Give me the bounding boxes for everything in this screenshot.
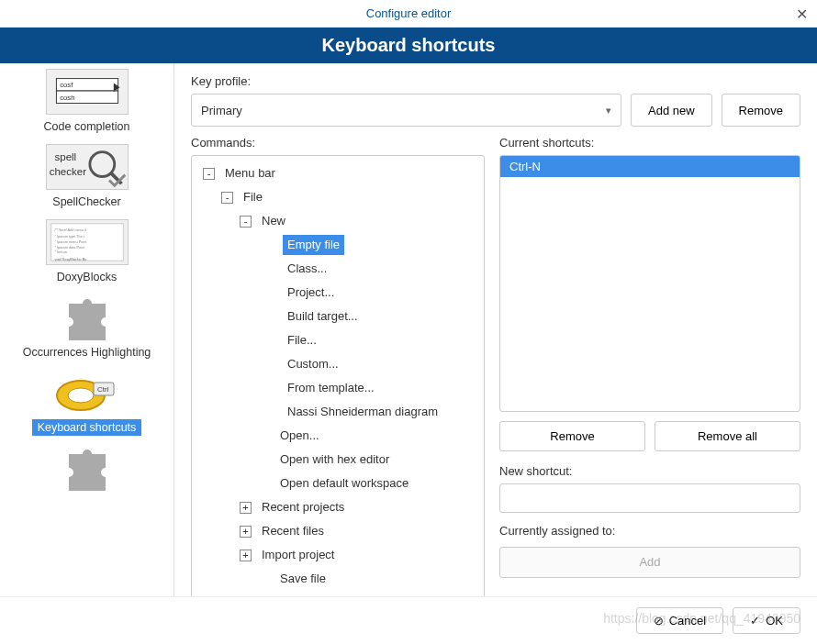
new-shortcut-input[interactable] [499,483,800,513]
tree-node-label[interactable]: Build target... [283,306,363,327]
tree-node[interactable]: +Recent projects [196,495,480,519]
new-shortcut-label: New shortcut: [499,464,800,478]
collapse-icon[interactable]: - [203,168,215,180]
tree-spacer [265,359,277,371]
svg-text:cosf: cosf [60,81,73,89]
tree-node[interactable]: Project... [196,281,480,305]
tree-node[interactable]: -Menu bar [196,161,480,185]
svg-text:cosh: cosh [60,94,74,102]
tree-node[interactable]: Empty file [196,233,480,257]
sidebar-item-spellchecker[interactable]: spellchecker SpellChecker [4,144,170,210]
sidebar-item-occurrences[interactable]: Occurrences Highlighting [4,294,170,361]
commands-tree[interactable]: -Menu bar-File-NewEmpty fileClass...Proj… [191,155,485,616]
sidebar-item-label: DoxyBlocks [51,269,122,285]
spellchecker-icon: spellchecker [46,144,129,190]
tree-spacer [265,311,277,323]
tree-spacer [258,478,270,490]
tree-node[interactable]: Build target... [196,305,480,328]
category-sidebar[interactable]: cosfcosh Code completion spellchecker Sp… [0,63,174,616]
sidebar-item-code-completion[interactable]: cosfcosh Code completion [4,69,170,135]
current-shortcuts-list[interactable]: Ctrl-N [499,155,800,412]
sidebar-item-next[interactable] [4,445,170,491]
doxyblocks-icon: /*! \brief Add menu it.* \param type The… [46,219,129,265]
sidebar-item-doxyblocks[interactable]: /*! \brief Add menu it.* \param type The… [4,219,170,285]
tree-node-label[interactable]: New [257,211,290,231]
tree-node-label[interactable]: Empty file [283,235,344,255]
collapse-icon[interactable]: - [221,192,233,204]
svg-text:void DoxyBlocks::Bu: void DoxyBlocks::Bu [54,258,86,261]
tree-node-label[interactable]: Recent files [257,521,329,541]
svg-text:* \return: * \return [54,250,67,254]
sidebar-item-label: Keyboard shortcuts [32,419,142,436]
main-content: Key profile: Primary ▾ Add new Remove Co… [174,63,817,616]
tree-node[interactable]: From template... [196,376,480,400]
remove-profile-button[interactable]: Remove [722,94,800,127]
puzzle-icon [46,445,129,491]
tree-node-label[interactable]: Import project [257,545,339,565]
add-shortcut-button: Add [499,547,800,578]
remove-shortcut-button[interactable]: Remove [499,421,645,451]
svg-text:Ctrl: Ctrl [97,385,109,394]
shortcut-item[interactable]: Ctrl-N [500,156,800,177]
tree-node-label[interactable]: Nassi Shneiderman diagram [283,402,442,422]
tree-node-label[interactable]: Recent projects [257,497,349,517]
tree-node-label[interactable]: Open... [275,426,324,446]
tree-node-label[interactable]: Menu bar [220,163,280,183]
svg-text:* \param type   The t: * \param type The t [54,235,84,239]
tree-node-label[interactable]: Open with hex editor [275,450,394,470]
tree-node[interactable]: Open default workspace [196,472,480,495]
svg-text:/*! \brief Add menu it.: /*! \brief Add menu it. [54,228,87,232]
commands-label: Commands: [191,136,485,150]
cancel-button[interactable]: ⊘ Cancel [636,607,723,634]
tree-node-label[interactable]: Custom... [283,354,343,374]
tree-node[interactable]: Open with hex editor [196,448,480,472]
tree-node-label[interactable]: Project... [283,283,339,303]
ok-button[interactable]: ✓ OK [733,607,800,634]
keyboard-shortcuts-icon: Ctrl [46,370,129,416]
tree-node-label[interactable]: File [239,187,267,207]
assigned-to-label: Currently assigned to: [499,524,800,538]
expand-icon[interactable]: + [240,502,252,514]
tree-node-label[interactable]: Class... [283,259,331,279]
svg-point-7 [89,152,114,177]
tree-node-label[interactable]: From template... [283,378,379,398]
tree-node[interactable]: Custom... [196,352,480,376]
collapse-icon[interactable]: - [240,216,252,228]
current-shortcuts-label: Current shortcuts: [499,136,800,150]
tree-spacer [265,239,277,251]
tree-node[interactable]: Save file [196,567,480,591]
tree-spacer [265,263,277,275]
tree-node[interactable]: Nassi Shneiderman diagram [196,400,480,424]
sidebar-item-label: Code completion [39,118,136,135]
tree-spacer [258,430,270,442]
svg-text:spell: spell [54,151,76,162]
expand-icon[interactable]: + [240,550,252,561]
tree-node[interactable]: -File [196,185,480,209]
sidebar-item-keyboard-shortcuts[interactable]: Ctrl Keyboard shortcuts [4,370,170,436]
tree-node[interactable]: File... [196,328,480,352]
sidebar-item-label: SpellChecker [47,194,126,210]
titlebar: Configure editor ✕ [0,0,817,28]
page-header: Keyboard shortcuts [0,28,817,63]
tree-node[interactable]: Class... [196,257,480,281]
svg-point-17 [68,388,94,403]
key-profile-label: Key profile: [191,74,800,88]
tree-node[interactable]: +Recent files [196,519,480,543]
add-profile-button[interactable]: Add new [631,94,712,127]
tree-spacer [265,287,277,299]
tree-node[interactable]: -New [196,209,480,233]
cancel-icon: ⊘ [654,614,664,627]
tree-node-label[interactable]: File... [283,330,321,350]
remove-all-shortcuts-button[interactable]: Remove all [655,421,800,451]
tree-node-label[interactable]: Save file [275,569,330,589]
chevron-down-icon: ▾ [606,105,611,117]
tree-spacer [265,335,277,347]
key-profile-select[interactable]: Primary ▾ [191,94,621,127]
puzzle-icon [46,294,129,340]
tree-node-label[interactable]: Open default workspace [275,473,413,494]
tree-node[interactable]: +Import project [196,543,480,567]
tree-spacer [258,454,270,466]
expand-icon[interactable]: + [240,526,252,538]
tree-node[interactable]: Open... [196,424,480,448]
close-icon[interactable]: ✕ [796,6,808,23]
